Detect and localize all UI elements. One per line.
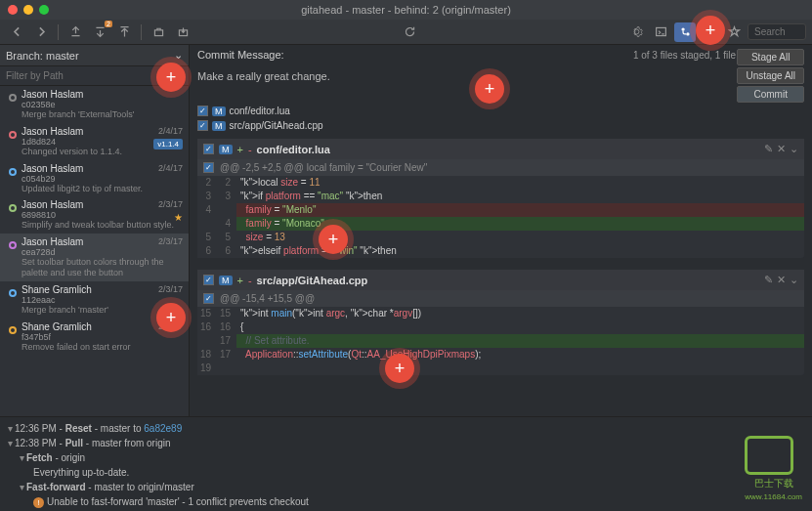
search-input[interactable] xyxy=(748,23,806,40)
fetch-button[interactable] xyxy=(64,22,86,42)
code-line: 33"k">if platform == "mac" "k">then xyxy=(197,190,804,203)
hunk-header: ✓@@ -2,5 +2,5 @@ local family = "Courier… xyxy=(197,159,804,176)
hunk-header: ✓@@ -15,4 +15,5 @@ xyxy=(197,290,804,307)
stage-all-button[interactable]: Stage All xyxy=(737,49,804,65)
commit-item[interactable]: Jason Haslamc02358eMerge branch 'Externa… xyxy=(0,86,189,123)
commit-link[interactable]: 6a82e89 xyxy=(144,423,182,434)
svg-rect-0 xyxy=(154,30,162,36)
code-line: 4 family = "Monaco" xyxy=(197,217,804,231)
staged-file[interactable]: ✓Mconf/editor.lua xyxy=(197,104,804,118)
stage-checkbox[interactable]: ✓ xyxy=(203,275,214,285)
code-line: 55 size = 13 xyxy=(197,231,804,244)
forward-button[interactable] xyxy=(30,22,52,42)
commit-header: Commit Message: 1 of 3 files staged, 1 f… xyxy=(190,45,812,64)
edit-icon[interactable]: ✎ xyxy=(764,274,773,286)
watermark: 巴士下载www.11684.com xyxy=(745,436,802,501)
minimize-window[interactable] xyxy=(23,5,33,15)
toolbar: 2 xyxy=(0,20,812,45)
close-window[interactable] xyxy=(8,5,18,15)
callout-marker: + xyxy=(156,303,186,332)
pull-button[interactable]: 2 xyxy=(89,22,110,42)
callout-marker: + xyxy=(156,63,186,92)
svg-rect-2 xyxy=(656,27,665,35)
diff-file-header[interactable]: ✓ M +- src/app/GitAhead.cpp ✎✕⌄ xyxy=(197,270,804,290)
activity-log: ▾12:36 PM - Reset - master to 6a82e89 ▾1… xyxy=(0,416,812,511)
code-line: 1515"k">int main("k">int argc, "k">char … xyxy=(197,307,804,320)
diff-block: ✓ M +- conf/editor.lua ✎✕⌄ ✓@@ -2,5 +2,5… xyxy=(197,139,804,258)
callout-marker: + xyxy=(696,16,725,45)
svg-point-3 xyxy=(681,27,684,30)
commit-button[interactable]: Commit xyxy=(737,86,804,103)
titlebar: gitahead - master - behind: 2 (origin/ma… xyxy=(0,0,812,20)
branch-selector[interactable]: Branch: master ⌄ xyxy=(0,45,189,66)
back-button[interactable] xyxy=(6,22,27,42)
main-content: Commit Message: 1 of 3 files staged, 1 f… xyxy=(190,45,812,416)
code-line: 19 xyxy=(197,362,804,375)
callout-marker: + xyxy=(475,74,504,104)
diff-file-path: conf/editor.lua xyxy=(257,144,330,155)
window-title: gitahead - master - behind: 2 (origin/ma… xyxy=(301,4,511,16)
code-line: 4 family = "Menlo" xyxy=(197,203,804,217)
stash-button[interactable] xyxy=(148,22,169,42)
window-controls xyxy=(8,5,49,15)
close-icon[interactable]: ✕ xyxy=(777,143,786,155)
chevron-down-icon[interactable]: ⌄ xyxy=(790,143,798,155)
diff-view-icon[interactable] xyxy=(674,22,696,42)
commit-list: Jason Haslamc02358eMerge branch 'Externa… xyxy=(0,86,189,416)
commit-item[interactable]: Jason Haslam1d8d824Changed version to 1.… xyxy=(0,123,189,160)
commit-item[interactable]: Jason Haslamcea728dSet toolbar button co… xyxy=(0,234,189,281)
staged-files: ✓Mconf/editor.lua ✓Msrc/app/GitAhead.cpp xyxy=(190,104,812,133)
commit-message-label: Commit Message: xyxy=(197,49,284,61)
refresh-button[interactable] xyxy=(399,22,420,42)
close-icon[interactable]: ✕ xyxy=(777,274,786,286)
unstage-all-button[interactable]: Unstage All xyxy=(737,67,804,84)
code-line: 66"k">elseif platform == "win" "k">then xyxy=(197,244,804,258)
chevron-down-icon[interactable]: ⌄ xyxy=(790,274,798,286)
settings-gear-icon[interactable] xyxy=(625,22,647,42)
staged-file[interactable]: ✓Msrc/app/GitAhead.cpp xyxy=(197,118,804,133)
chevron-down-icon: ⌄ xyxy=(174,49,183,62)
code-line: 1616{ xyxy=(197,320,804,334)
push-button[interactable] xyxy=(113,22,135,42)
code-line: 1817 Application::setAttribute(Qt::AA_Us… xyxy=(197,348,804,362)
svg-point-4 xyxy=(686,32,689,35)
warning-icon: ! xyxy=(33,497,44,508)
callout-marker: + xyxy=(319,225,348,254)
terminal-icon[interactable] xyxy=(650,22,671,42)
commit-item[interactable]: Jason Haslam6898810Simplify and tweak to… xyxy=(0,196,189,234)
code-line: 22"k">local size = 11 xyxy=(197,176,804,190)
maximize-window[interactable] xyxy=(39,5,49,15)
star-icon[interactable] xyxy=(723,22,745,42)
code-line: 17 // Set attribute. xyxy=(197,334,804,348)
pop-stash-button[interactable] xyxy=(172,22,193,42)
edit-icon[interactable]: ✎ xyxy=(764,143,773,155)
sidebar: Branch: master ⌄ Filter by Path⌄ Jason H… xyxy=(0,45,190,416)
callout-marker: + xyxy=(385,354,414,383)
stage-checkbox[interactable]: ✓ xyxy=(203,144,214,154)
diff-block: ✓ M +- src/app/GitAhead.cpp ✎✕⌄ ✓@@ -15,… xyxy=(197,270,804,375)
diff-file-path: src/app/GitAhead.cpp xyxy=(257,275,368,286)
commit-item[interactable]: Jason Haslamc054b29Updated libgit2 to ti… xyxy=(0,160,189,197)
diff-file-header[interactable]: ✓ M +- conf/editor.lua ✎✕⌄ xyxy=(197,139,804,159)
